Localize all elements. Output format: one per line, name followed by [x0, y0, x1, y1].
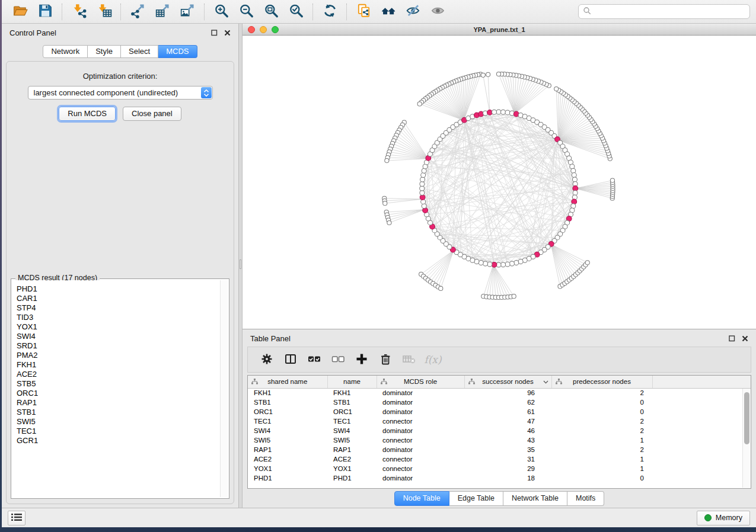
table-scrollbar[interactable] [742, 389, 750, 488]
show-columns-button[interactable] [279, 349, 302, 370]
table-cell[interactable]: 29 [464, 464, 551, 473]
mcds-result-item[interactable]: RAP1 [17, 398, 219, 408]
graph-node[interactable] [571, 168, 576, 173]
graph-node[interactable] [420, 186, 425, 191]
table-cell[interactable]: SWI4 [327, 426, 377, 435]
table-cell[interactable]: TEC1 [248, 416, 327, 426]
table-cell[interactable]: connector [377, 435, 464, 445]
tab-edge-table[interactable]: Edge Table [449, 491, 503, 506]
table-cell[interactable]: 0 [551, 407, 652, 416]
mcds-result-item[interactable]: ACE2 [17, 370, 219, 379]
refresh-layout-button[interactable] [317, 2, 342, 22]
table-cell[interactable]: 0 [551, 473, 652, 483]
table-cell[interactable]: FKH1 [327, 388, 377, 398]
graph-node[interactable] [554, 86, 559, 91]
zoom-selected-button[interactable] [283, 2, 308, 22]
column-header-mcds-role[interactable]: MCDS role [377, 376, 464, 388]
graph-node[interactable] [572, 173, 576, 178]
table-scrollbar-thumb[interactable] [744, 392, 749, 444]
table-cell[interactable]: 47 [464, 416, 551, 426]
table-cell[interactable]: dominator [377, 473, 464, 483]
mcds-list-scrollbar[interactable] [220, 280, 228, 497]
table-cell[interactable]: connector [377, 454, 464, 464]
graph-node[interactable] [487, 262, 492, 267]
table-mode-button[interactable] [255, 349, 279, 370]
table-cell[interactable]: 96 [464, 388, 551, 398]
table-cell[interactable]: dominator [377, 407, 464, 416]
table-cell[interactable]: 2 [551, 445, 652, 454]
table-cell[interactable]: 61 [464, 407, 551, 416]
float-panel-icon[interactable] [210, 29, 218, 37]
table-cell[interactable]: 62 [464, 398, 551, 407]
mcds-result-list[interactable]: PHD1CAR1STP4TID3YOX1SWI4SRD1PMA2FKH1ACE2… [12, 280, 219, 497]
export-image-button[interactable] [175, 2, 200, 22]
table-cell[interactable]: SWI5 [327, 435, 377, 445]
column-header-predecessor-nodes[interactable]: predecessor nodes [551, 376, 652, 388]
mcds-result-item[interactable]: TEC1 [17, 427, 219, 436]
table-cell[interactable]: PHD1 [327, 473, 377, 483]
search-box[interactable] [578, 4, 750, 19]
graph-node[interactable] [420, 177, 425, 182]
first-neighbors-button[interactable] [376, 2, 401, 22]
graph-node[interactable] [501, 262, 506, 267]
column-header-name[interactable]: name [327, 376, 377, 388]
tab-mcds[interactable]: MCDS [158, 45, 197, 58]
graph-node[interactable] [420, 182, 425, 187]
close-window-icon[interactable] [248, 26, 255, 33]
mcds-result-item[interactable]: SRD1 [17, 341, 219, 351]
delete-column-button[interactable] [374, 349, 397, 370]
mcds-result-item[interactable]: YOX1 [17, 322, 219, 332]
mcds-result-item[interactable]: SWI4 [17, 332, 219, 341]
graph-node[interactable] [383, 201, 387, 206]
table-row[interactable]: RAP1RAP1dominator352 [248, 445, 751, 454]
graph-node[interactable] [570, 164, 575, 169]
network-window-titlebar[interactable]: YPA_prune.txt_1 [243, 24, 756, 36]
mcds-result-item[interactable]: FKH1 [17, 360, 219, 370]
table-row[interactable]: SWI4SWI4dominator462 [248, 426, 751, 435]
table-row[interactable]: YOX1YOX1connector291 [248, 464, 751, 473]
zoom-in-button[interactable] [209, 2, 234, 22]
table-cell[interactable]: connector [377, 416, 464, 426]
column-header-successor-nodes[interactable]: successor nodes [464, 376, 551, 388]
show-all-button[interactable] [426, 2, 451, 22]
table-cell[interactable]: RAP1 [248, 445, 327, 454]
memory-button[interactable]: Memory [697, 511, 750, 525]
table-row[interactable]: ORC1ORC1dominator610 [248, 407, 751, 416]
clone-network-button[interactable] [351, 2, 376, 22]
table-cell[interactable]: PHD1 [248, 473, 327, 483]
graph-node[interactable] [505, 262, 510, 267]
table-cell[interactable]: STB1 [248, 398, 327, 407]
table-cell[interactable]: ACE2 [248, 454, 327, 464]
graph-node[interactable] [420, 191, 425, 196]
table-cell[interactable]: 18 [464, 473, 551, 483]
graph-node[interactable] [496, 110, 501, 114]
graph-node[interactable] [481, 73, 485, 77]
run-mcds-button[interactable]: Run MCDS [59, 107, 116, 121]
tab-network[interactable]: Network [43, 45, 88, 58]
splitter-grip[interactable] [240, 259, 241, 269]
show-panels-button[interactable] [8, 511, 25, 525]
graph-node[interactable] [421, 173, 426, 178]
graph-node[interactable] [505, 110, 510, 115]
graph-node[interactable] [479, 261, 483, 265]
export-network-button[interactable] [125, 2, 150, 22]
table-cell[interactable]: 2 [551, 416, 652, 426]
close-panel-icon[interactable] [741, 335, 749, 342]
mcds-result-item[interactable]: STB5 [17, 379, 219, 389]
tab-network-table[interactable]: Network Table [503, 491, 567, 506]
table-cell[interactable]: dominator [377, 445, 464, 454]
table-cell[interactable]: 35 [464, 445, 551, 454]
vertical-splitter[interactable] [238, 24, 243, 508]
import-network-button[interactable] [66, 2, 91, 22]
table-cell[interactable]: 2 [551, 426, 652, 435]
table-cell[interactable]: ORC1 [327, 407, 377, 416]
network-canvas[interactable] [243, 36, 756, 329]
table-cell[interactable]: 46 [464, 426, 551, 435]
graph-node[interactable] [496, 72, 500, 76]
graph-node[interactable] [486, 72, 490, 76]
table-row[interactable]: STB1STB1dominator620 [248, 398, 751, 407]
graph-node[interactable] [571, 204, 576, 209]
graph-node[interactable] [439, 286, 443, 290]
close-panel-icon[interactable] [224, 29, 231, 37]
table-cell[interactable]: 2 [551, 388, 652, 398]
